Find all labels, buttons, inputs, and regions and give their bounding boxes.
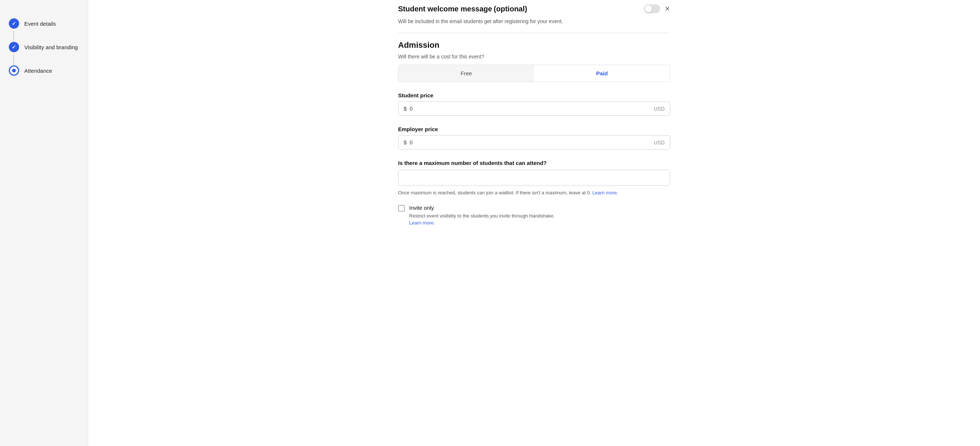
- sidebar: ✓ Event details ✓ Visibility and brandin…: [0, 0, 88, 446]
- sidebar-label-event-details: Event details: [24, 21, 56, 27]
- invite-only-label: Invite only: [409, 205, 555, 211]
- student-price-field: Student price $ USD: [398, 92, 670, 116]
- max-students-helper: Once maximum is reached, students can jo…: [398, 189, 670, 197]
- invite-only-learn-more[interactable]: Learn more.: [409, 220, 435, 225]
- sidebar-item-attendance[interactable]: Attendance: [0, 59, 88, 82]
- active-dot-icon: [12, 69, 16, 72]
- step-circle-event-details: ✓: [9, 18, 19, 29]
- check-icon: ✓: [12, 21, 16, 27]
- invite-only-checkbox[interactable]: [398, 205, 405, 212]
- employer-price-input[interactable]: [409, 139, 654, 146]
- step-circle-visibility-branding: ✓: [9, 42, 19, 52]
- student-price-input-wrapper: $ USD: [398, 102, 670, 116]
- invite-only-content: Invite only Restrict event visibility to…: [409, 205, 555, 227]
- toggle-knob: [645, 5, 652, 13]
- welcome-message-title: Student welcome message: [398, 5, 492, 13]
- sidebar-item-visibility-branding[interactable]: ✓ Visibility and branding: [0, 35, 88, 59]
- admission-tab-group: Free Paid: [398, 65, 670, 82]
- admission-title: Admission: [398, 40, 670, 50]
- welcome-message-header: Student welcome message (optional) ✕: [398, 0, 670, 17]
- sidebar-label-visibility-branding: Visibility and branding: [24, 44, 78, 50]
- student-price-suffix: USD: [654, 106, 665, 112]
- employer-price-prefix: $: [404, 139, 407, 146]
- welcome-message-description: Will be included in the email students g…: [398, 17, 670, 25]
- check-icon-2: ✓: [12, 44, 16, 50]
- sidebar-label-attendance: Attendance: [24, 68, 52, 74]
- max-students-learn-more[interactable]: Learn more.: [593, 190, 618, 195]
- welcome-message-close-button[interactable]: ✕: [665, 5, 670, 12]
- main-content: Student welcome message (optional) ✕ Wil…: [369, 0, 700, 446]
- student-price-label: Student price: [398, 92, 670, 98]
- admission-question: Will there will be a cost for this event…: [398, 54, 670, 60]
- employer-price-input-wrapper: $ USD: [398, 135, 670, 149]
- tab-free[interactable]: Free: [398, 65, 534, 82]
- welcome-message-toggle[interactable]: [644, 5, 660, 13]
- step-circle-attendance: [9, 65, 19, 76]
- sidebar-item-event-details[interactable]: ✓ Event details: [0, 12, 88, 35]
- welcome-message-controls: ✕: [644, 5, 670, 13]
- welcome-message-title-group: Student welcome message (optional): [398, 5, 527, 13]
- employer-price-label: Employer price: [398, 126, 670, 132]
- student-price-input[interactable]: [409, 105, 654, 112]
- invite-only-row: Invite only Restrict event visibility to…: [398, 205, 670, 227]
- employer-price-suffix: USD: [654, 140, 665, 146]
- max-students-field: Is there a maximum number of students th…: [398, 160, 670, 197]
- max-students-label: Is there a maximum number of students th…: [398, 160, 670, 166]
- welcome-message-optional: (optional): [494, 5, 527, 13]
- employer-price-field: Employer price $ USD: [398, 126, 670, 149]
- student-price-prefix: $: [404, 105, 407, 112]
- tab-paid[interactable]: Paid: [534, 65, 670, 82]
- invite-only-description: Restrict event visibility to the student…: [409, 212, 555, 227]
- section-divider: [398, 33, 670, 33]
- max-students-input[interactable]: [398, 170, 670, 186]
